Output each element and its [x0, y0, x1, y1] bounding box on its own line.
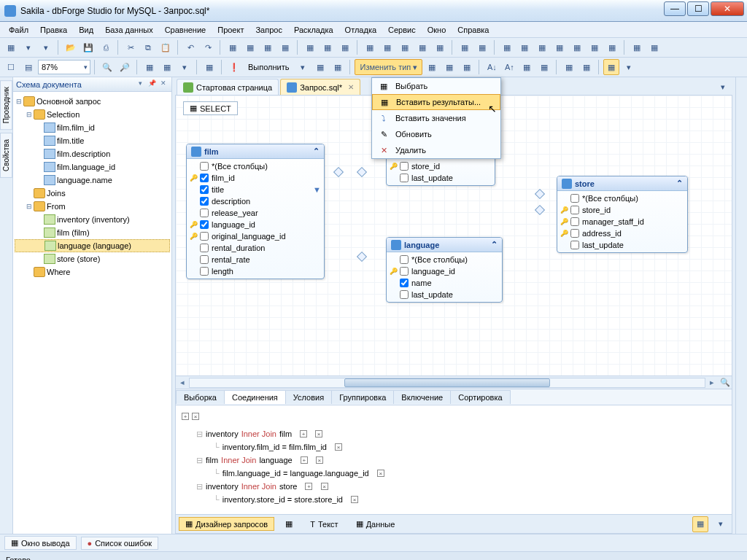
right-scrollbar[interactable]	[735, 77, 747, 534]
tb-b[interactable]: ▦	[242, 39, 258, 55]
field-label[interactable]: title	[212, 185, 224, 194]
magnify-icon[interactable]: 🔍	[719, 378, 732, 387]
tree-joins[interactable]: Joins	[47, 189, 66, 198]
panel-pin-icon[interactable]: ▾	[135, 79, 145, 90]
field-label[interactable]: language_id	[411, 267, 455, 276]
table-film[interactable]: film⌃ *(Все столбцы) 🔑film_id title▼ des…	[186, 144, 325, 279]
from-item[interactable]: inventory (inventory)	[57, 215, 130, 224]
dock-tab-properties[interactable]: Свойства	[0, 133, 12, 178]
field-label[interactable]: *(Все столбцы)	[582, 194, 638, 203]
close-button[interactable]: ✕	[711, 1, 744, 16]
tb-r[interactable]: ▦	[551, 39, 568, 55]
field-label[interactable]: last_update	[582, 241, 624, 249]
field-label[interactable]: rental_rate	[212, 255, 250, 264]
filter-icon[interactable]: ▼	[313, 185, 321, 194]
menu-layout[interactable]: Раскладка	[288, 24, 339, 36]
field-check[interactable]	[570, 241, 579, 249]
field-label[interactable]: name	[411, 279, 432, 287]
remove-icon[interactable]: ×	[351, 496, 358, 503]
collapse-icon[interactable]: ⌃	[313, 147, 320, 156]
view-grid-icon[interactable]: ▦	[692, 516, 708, 532]
tb2-e[interactable]: ▦	[312, 59, 328, 75]
join-type[interactable]: Inner Join	[241, 482, 276, 491]
field-check[interactable]	[200, 197, 209, 206]
remove-icon[interactable]: ×	[377, 470, 384, 477]
add-icon[interactable]: +	[182, 413, 189, 420]
change-type-button[interactable]: Изменить тип ▾	[355, 59, 422, 75]
remove-icon[interactable]: ×	[315, 430, 322, 438]
dd-update[interactable]: ✎Обновить	[372, 126, 500, 142]
tb2-m[interactable]: ▦	[578, 59, 595, 75]
field-check[interactable]	[200, 232, 209, 241]
field-label[interactable]: *(Все столбцы)	[212, 162, 268, 171]
remove-icon[interactable]: ×	[192, 413, 199, 420]
menu-window[interactable]: Окно	[422, 24, 452, 36]
join-condition[interactable]: inventory.store_id = store.store_id	[222, 495, 343, 504]
view-designer-button[interactable]: ▦ Дизайнер запросов	[179, 517, 274, 531]
tabs-menu-icon[interactable]: ▾	[715, 79, 731, 95]
field-check[interactable]	[200, 174, 209, 182]
tb-n[interactable]: ▦	[474, 39, 490, 55]
table-store[interactable]: store⌃ *(Все столбцы) 🔑store_id 🔑manager…	[557, 176, 688, 253]
sel-item[interactable]: film.title	[57, 136, 84, 145]
tb-h[interactable]: ▦	[362, 39, 378, 55]
join-diamond[interactable]	[357, 252, 367, 262]
schema-tree[interactable]: ⊟Основной запрос ⊟Selection film.film_id…	[13, 92, 171, 534]
tb2-n[interactable]: ▾	[621, 59, 637, 75]
layout-present-icon[interactable]: ▤	[20, 59, 36, 75]
view-text-button[interactable]: T Текст	[303, 518, 344, 531]
tb2-c[interactable]: ▾	[177, 59, 193, 75]
execute-button[interactable]: Выполнить	[244, 63, 293, 71]
field-check[interactable]	[200, 220, 209, 229]
from-item[interactable]: store (store)	[57, 254, 100, 263]
tb-i[interactable]: ▦	[379, 39, 395, 55]
subtab-joins[interactable]: Соединения	[224, 390, 286, 404]
join-diamond[interactable]	[535, 189, 545, 199]
tree-from[interactable]: From	[47, 202, 66, 211]
zoom-out-icon[interactable]: 🔎	[117, 59, 133, 75]
view-card-icon[interactable]: ▾	[713, 516, 729, 532]
field-check[interactable]	[400, 174, 409, 182]
subtab-where[interactable]: Условия	[285, 390, 332, 404]
menu-compare[interactable]: Сравнение	[159, 24, 212, 36]
collapse-icon[interactable]: ⌃	[491, 240, 498, 249]
new-doc-button[interactable]: ▾	[38, 39, 54, 55]
tb-m[interactable]: ▦	[457, 39, 473, 55]
table-language[interactable]: language⌃ *(Все столбцы) 🔑language_id na…	[386, 237, 503, 303]
join-right[interactable]: language	[259, 456, 292, 464]
field-label[interactable]: description	[212, 197, 250, 206]
join-diamond[interactable]	[333, 167, 344, 177]
menu-service[interactable]: Сервис	[382, 24, 422, 36]
tb2-i[interactable]: ▦	[459, 59, 475, 75]
open-button[interactable]: 📂	[63, 39, 79, 55]
tb-f[interactable]: ▦	[320, 39, 336, 55]
field-check[interactable]	[400, 290, 409, 299]
join-condition[interactable]: inventory.film_id = film.film_id	[222, 443, 327, 451]
layout-full-icon[interactable]: ☐	[3, 59, 19, 75]
tb2-l[interactable]: ▦	[561, 59, 577, 75]
tb-w[interactable]: ▦	[646, 39, 662, 55]
canvas-hscroll[interactable]: ◂ ▸ 🔍	[176, 376, 732, 389]
field-label[interactable]: *(Все столбцы)	[411, 255, 468, 264]
field-check[interactable]	[200, 162, 209, 171]
join-right[interactable]: store	[279, 482, 297, 491]
field-check[interactable]	[570, 217, 579, 226]
field-check[interactable]	[200, 267, 209, 276]
field-check[interactable]	[570, 206, 579, 214]
copy-button[interactable]: ⧉	[140, 39, 156, 55]
view-icon-a[interactable]: ▦	[279, 517, 299, 531]
sel-item[interactable]: film.description	[57, 149, 110, 158]
tb-k[interactable]: ▦	[414, 39, 430, 55]
scroll-left-icon[interactable]: ◂	[176, 378, 189, 387]
tb-q[interactable]: ▦	[534, 39, 550, 55]
field-check[interactable]	[200, 185, 209, 194]
field-label[interactable]: original_language_id	[212, 232, 286, 241]
minimize-button[interactable]: —	[664, 1, 686, 16]
tb2-f[interactable]: ▦	[330, 59, 346, 75]
join-condition[interactable]: film.language_id = language.language_id	[222, 469, 369, 478]
join-left[interactable]: inventory	[206, 429, 239, 438]
menu-query[interactable]: Запрос	[249, 24, 287, 36]
field-check[interactable]	[200, 209, 209, 217]
join-type[interactable]: Inner Join	[221, 456, 256, 464]
field-label[interactable]: address_id	[582, 229, 622, 238]
